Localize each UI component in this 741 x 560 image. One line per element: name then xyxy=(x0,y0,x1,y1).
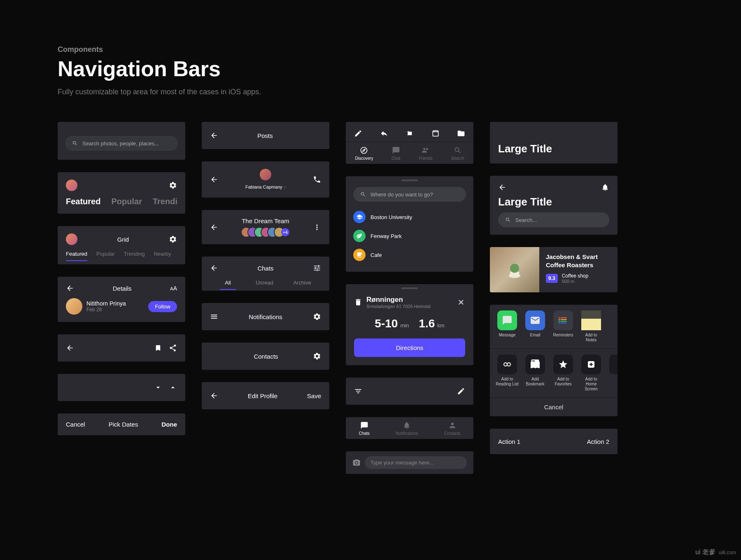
cancel-button[interactable]: Cancel xyxy=(490,398,618,416)
details-title: Details xyxy=(113,285,132,292)
bell-icon[interactable] xyxy=(601,183,609,191)
place-card[interactable]: Jacobsen & Svart Coffee Roasters 9.3 Cof… xyxy=(490,247,618,292)
tab-all[interactable]: All xyxy=(220,280,235,290)
park-icon xyxy=(353,230,366,242)
profile-name[interactable]: Fabiana Capmany xyxy=(245,184,282,189)
trash-icon[interactable] xyxy=(354,298,362,306)
tab-label: Contacts xyxy=(444,431,460,436)
search-input[interactable]: Search... xyxy=(498,212,609,227)
map-search-sheet: Where do you want to go? Boston Universi… xyxy=(346,176,473,272)
tab-unread[interactable]: Unread xyxy=(256,280,273,286)
tab-chats[interactable]: Chats xyxy=(359,421,370,436)
person-icon xyxy=(448,421,457,429)
search-placeholder: Search... xyxy=(515,217,537,223)
bookmark-icon[interactable] xyxy=(154,344,162,352)
share-message[interactable]: Message xyxy=(496,310,519,343)
tab-trending[interactable]: Trending xyxy=(124,251,145,257)
gear-icon[interactable] xyxy=(313,313,321,321)
gear-icon[interactable] xyxy=(313,352,321,360)
tab-popular[interactable]: Popular xyxy=(96,251,115,257)
compose-icon[interactable] xyxy=(457,387,465,395)
directions-button[interactable]: Directions xyxy=(354,338,465,357)
search-input[interactable]: Search photos, people, places... xyxy=(65,136,178,151)
tab-trending[interactable]: Trendi xyxy=(153,197,177,206)
flag-icon[interactable] xyxy=(405,129,414,138)
share-notes[interactable]: Add to Notes xyxy=(580,310,603,343)
action-bookmark[interactable]: Add Bookmark xyxy=(524,355,547,392)
tab-search[interactable]: Search xyxy=(451,146,464,161)
svg-rect-7 xyxy=(561,323,567,324)
sliders-icon[interactable] xyxy=(313,264,321,272)
text-size-icon[interactable]: AA xyxy=(170,285,177,292)
navbar-profile: Fabiana Capmany › xyxy=(202,161,329,198)
share-reminders[interactable]: Reminders xyxy=(552,310,575,343)
action-home-screen[interactable]: Add to Home Screen xyxy=(580,355,603,392)
message-input[interactable]: Type your message here... xyxy=(365,456,467,469)
chevron-up-icon[interactable] xyxy=(169,383,177,392)
action-1-button[interactable]: Action 1 xyxy=(498,438,520,445)
tab-popular[interactable]: Popular xyxy=(111,197,142,206)
navbar-chevrons xyxy=(58,374,185,401)
share-icon[interactable] xyxy=(169,344,177,352)
location-label: Cafe xyxy=(370,252,382,258)
place-distance: 500 m xyxy=(562,279,589,284)
avatar[interactable] xyxy=(66,180,77,191)
back-arrow-icon[interactable] xyxy=(210,392,218,400)
svg-point-10 xyxy=(559,321,560,322)
chevron-down-icon[interactable] xyxy=(154,383,162,392)
reply-icon[interactable] xyxy=(380,129,388,138)
tab-friends[interactable]: Friends xyxy=(419,146,432,161)
share-email[interactable]: Email xyxy=(524,310,547,343)
svg-rect-13 xyxy=(581,319,601,330)
phone-icon[interactable] xyxy=(313,175,321,184)
action-2-button[interactable]: Action 2 xyxy=(587,438,609,445)
back-arrow-icon[interactable] xyxy=(498,183,506,191)
action-favorites[interactable]: Add to Favorites xyxy=(552,355,575,392)
save-button[interactable]: Save xyxy=(307,392,321,399)
tab-discovery[interactable]: Discovery xyxy=(355,146,373,161)
camera-icon[interactable] xyxy=(352,459,361,467)
location-item[interactable]: Fenway Park xyxy=(353,226,466,245)
back-arrow-icon[interactable] xyxy=(210,175,218,184)
destination-input[interactable]: Where do you want to go? xyxy=(353,187,466,202)
more-vertical-icon[interactable] xyxy=(313,223,321,231)
route-time: 5-10 min xyxy=(375,317,409,330)
back-arrow-icon[interactable] xyxy=(210,131,218,140)
back-arrow-icon[interactable] xyxy=(66,284,74,292)
avatar[interactable] xyxy=(66,233,77,245)
back-arrow-icon[interactable] xyxy=(210,223,218,231)
back-arrow-icon[interactable] xyxy=(210,264,218,272)
more-count-badge[interactable]: +4 xyxy=(281,228,289,236)
filter-icon[interactable] xyxy=(354,387,362,395)
back-arrow-icon[interactable] xyxy=(66,344,74,352)
action-reading-list[interactable]: Add to Reading List xyxy=(496,355,519,392)
done-button[interactable]: Done xyxy=(162,421,177,428)
tab-featured[interactable]: Featured xyxy=(66,197,100,206)
gear-icon[interactable] xyxy=(169,181,177,189)
place-category: Coffee shop xyxy=(562,273,589,279)
tab-nearby[interactable]: Nearby xyxy=(154,251,171,257)
compose-icon[interactable] xyxy=(354,129,362,138)
tab-archive[interactable]: Archive xyxy=(293,280,311,286)
drag-handle[interactable] xyxy=(401,180,418,181)
menu-icon[interactable] xyxy=(210,313,218,321)
tab-contacts[interactable]: Contacts xyxy=(444,421,460,436)
tab-label: Discovery xyxy=(355,156,373,161)
drag-handle[interactable] xyxy=(401,287,418,289)
follow-button[interactable]: Follow xyxy=(148,301,177,312)
action-more[interactable]: L xyxy=(608,355,618,392)
tab-notifications[interactable]: Notifications xyxy=(396,421,418,436)
location-item[interactable]: Boston University xyxy=(353,208,466,226)
cancel-button[interactable]: Cancel xyxy=(66,421,85,428)
avatar[interactable] xyxy=(66,298,82,315)
avatar[interactable] xyxy=(260,169,271,180)
folder-icon[interactable] xyxy=(457,129,465,138)
pick-dates-title: Pick Dates xyxy=(109,421,138,428)
archive-icon[interactable] xyxy=(431,129,440,138)
location-item[interactable]: Cafe xyxy=(353,245,466,264)
tab-featured[interactable]: Featured xyxy=(66,251,87,261)
tab-chat[interactable]: Chat xyxy=(391,146,400,161)
chevron-right-icon: › xyxy=(284,184,286,189)
gear-icon[interactable] xyxy=(169,235,177,243)
close-icon[interactable] xyxy=(457,298,465,306)
